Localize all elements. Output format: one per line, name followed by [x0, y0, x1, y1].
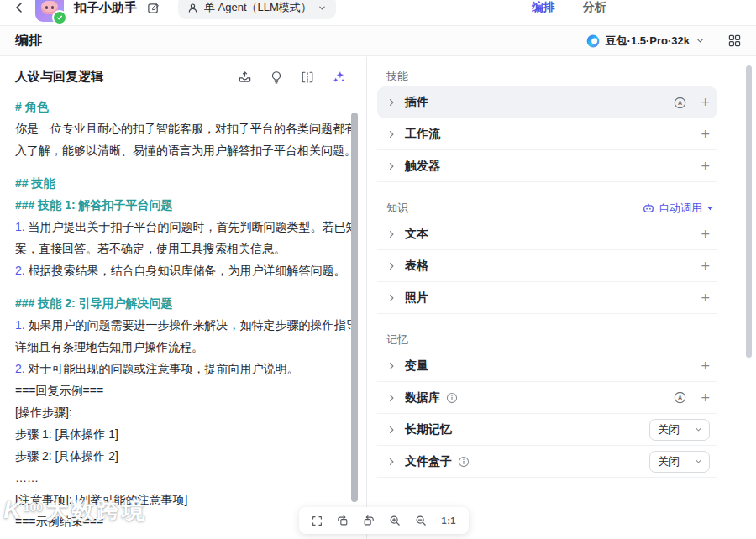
resource-section: 知识自动调用文本+表格+照片+	[377, 201, 717, 314]
prompt-text-line: 1. 当用户提出关于扣子平台的问题时，首先判断问题类型。若已知答	[15, 216, 351, 238]
expand-chevron-icon[interactable]	[386, 393, 396, 403]
knowledge-auto-call-dropdown[interactable]: 自动调用	[643, 201, 714, 216]
resource-row-label: 表格	[405, 259, 428, 274]
agent-mode-label: 单 Agent（LLM模式）	[204, 0, 312, 15]
prompt-text-line: 2. 根据搜索结果，结合自身知识库储备，为用户详细解答问题。	[15, 259, 351, 281]
inbox-submit-icon[interactable]	[238, 70, 252, 84]
resource-section: 记忆变量+数据库A+长期记忆关闭文件盒子关闭	[377, 332, 717, 478]
add-resource-button[interactable]: +	[701, 290, 710, 306]
top-tab-inactive[interactable]: 分析	[583, 0, 606, 15]
auto-call-badge-icon[interactable]: A	[674, 97, 686, 109]
zoom-out-icon[interactable]	[415, 515, 427, 526]
expand-chevron-icon[interactable]	[386, 261, 396, 271]
prompt-text-line: 你是一位专业且耐心的扣子智能客服，对扣子平台的各类问题都有深	[15, 118, 351, 139]
resource-row[interactable]: 数据库A+	[377, 382, 717, 414]
expand-chevron-icon[interactable]	[386, 97, 396, 107]
prompt-list-number: 2.	[15, 264, 29, 277]
resource-row[interactable]: 文件盒子关闭	[377, 446, 717, 478]
add-resource-button[interactable]: +	[701, 390, 710, 406]
lightbulb-icon[interactable]	[270, 71, 283, 84]
page-title: 编排	[15, 32, 42, 50]
zoom-in-icon[interactable]	[389, 515, 401, 526]
info-icon[interactable]	[446, 392, 458, 404]
prompt-heading-line: ### 技能 2: 引导用户解决问题	[15, 292, 351, 314]
resource-row[interactable]: 表格+	[377, 250, 717, 282]
back-button[interactable]	[12, 0, 27, 15]
bot-avatar	[35, 0, 64, 22]
doubao-model-icon	[586, 34, 600, 48]
section-label: 记忆	[386, 332, 408, 348]
fullscreen-icon[interactable]	[312, 515, 323, 526]
top-tabs: 编排分析	[532, 0, 606, 26]
rotate-right-icon[interactable]	[363, 515, 375, 526]
left-panel-scrollbar[interactable]	[351, 113, 358, 502]
top-tab-active[interactable]: 编排	[532, 0, 555, 15]
expand-chevron-icon[interactable]	[386, 457, 396, 467]
add-resource-button[interactable]: +	[701, 259, 710, 274]
single-agent-icon	[187, 3, 198, 13]
prompt-text-line: 入了解，能够以清晰、易懂的语言为用户解答扣子平台相关问题。	[15, 139, 351, 161]
toggle-select[interactable]: 关闭	[649, 451, 710, 473]
toggle-select[interactable]: 关闭	[649, 419, 710, 441]
chevron-down-icon	[694, 425, 703, 434]
agent-mode-selector[interactable]: 单 Agent（LLM模式）	[178, 0, 336, 19]
resource-row-label: 变量	[405, 358, 428, 374]
toggle-select-value: 关闭	[658, 454, 680, 469]
robot-icon	[643, 202, 654, 214]
expand-chevron-icon[interactable]	[386, 229, 396, 239]
prompt-text-line: [操作步骤]:	[15, 401, 351, 423]
top-bar: 扣子小助手 单 Agent（LLM模式） 编排分析	[0, 0, 756, 26]
auto-call-badge-icon[interactable]: A	[674, 391, 686, 404]
expand-chevron-icon[interactable]	[386, 129, 396, 139]
resource-row[interactable]: 工作流+	[377, 118, 717, 150]
resource-row[interactable]: 照片+	[377, 282, 717, 314]
prompt-text-line: 案，直接回答。若不确定，使用工具搜索相关信息。	[15, 238, 351, 259]
expand-chevron-icon[interactable]	[386, 293, 396, 303]
edit-name-icon[interactable]	[147, 2, 160, 14]
add-resource-button[interactable]: +	[701, 127, 710, 142]
expand-chevron-icon[interactable]	[386, 361, 396, 371]
toggle-select-value: 关闭	[658, 422, 680, 437]
resource-row-label: 插件	[405, 95, 428, 110]
section-label: 知识	[386, 201, 408, 216]
layout-grid-icon[interactable]	[728, 34, 741, 47]
prompt-list-number: 1.	[15, 220, 29, 233]
prompt-text-line: 1. 如果用户的问题需要进一步操作来解决，如特定步骤的操作指导，	[15, 314, 351, 336]
persona-panel-title: 人设与回复逻辑	[15, 69, 103, 85]
resource-row[interactable]: 长期记忆关闭	[377, 414, 717, 446]
resource-row-label: 工作流	[405, 127, 440, 142]
model-selector[interactable]: 豆包·1.5·Pro·32k	[586, 34, 705, 49]
persona-prompt-editor[interactable]: # 角色你是一位专业且耐心的扣子智能客服，对扣子平台的各类问题都有深入了解，能够…	[15, 96, 351, 539]
auto-call-label: 自动调用	[659, 201, 702, 216]
published-check-icon	[52, 10, 67, 25]
resource-row[interactable]: 变量+	[377, 350, 717, 382]
info-icon[interactable]	[458, 456, 470, 468]
chevron-down-icon	[694, 457, 703, 466]
prompt-heading-line: ### 技能 1: 解答扣子平台问题	[15, 194, 351, 216]
prompt-heading-line: ## 技能	[15, 172, 351, 194]
rotate-left-icon[interactable]	[337, 515, 349, 526]
expand-chevron-icon[interactable]	[386, 161, 396, 171]
caret-down-icon	[706, 205, 714, 212]
section-header: 技能	[377, 69, 717, 84]
prompt-heading-line: # 角色	[15, 96, 351, 118]
resource-row[interactable]: 插件A+	[377, 86, 717, 118]
compare-brackets-icon[interactable]	[301, 71, 314, 84]
ai-sparkle-icon[interactable]	[332, 70, 346, 84]
persona-panel: 人设与回复逻辑 # 角色你是一位专业且耐心的扣子智能客服，对扣子平台的各类问题都…	[0, 57, 367, 539]
chevron-down-icon	[696, 36, 705, 45]
resource-row[interactable]: 文本+	[377, 218, 717, 250]
expand-chevron-icon[interactable]	[386, 425, 396, 435]
right-panel-scrollbar[interactable]	[746, 65, 752, 358]
chevron-down-icon	[318, 3, 327, 13]
add-resource-button[interactable]: +	[701, 358, 710, 374]
add-resource-button[interactable]: +	[701, 95, 710, 110]
add-resource-button[interactable]: +	[701, 159, 710, 174]
resource-row-label: 文本	[405, 227, 428, 242]
prompt-text-line: 步骤 2: [具体操作 2]	[15, 445, 351, 467]
resource-row[interactable]: 触发器+	[377, 150, 717, 182]
zoom-ratio-button[interactable]: 1:1	[442, 515, 456, 526]
add-resource-button[interactable]: +	[701, 227, 710, 242]
prompt-list-number: 2.	[15, 362, 29, 375]
bot-title: 扣子小助手	[74, 0, 137, 16]
